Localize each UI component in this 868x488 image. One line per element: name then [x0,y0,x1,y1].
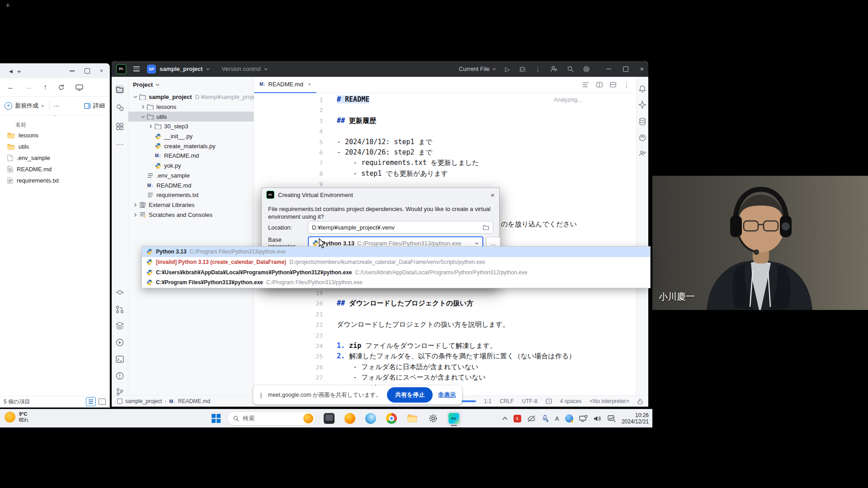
terminal-tool-icon[interactable] [115,355,124,364]
tree-row-ScratchesandConsoles[interactable]: Scratches and Consoles [128,210,254,220]
chevron-right-icon[interactable] [140,105,146,109]
run-tool-icon[interactable] [115,338,124,347]
editor-line-26[interactable]: 26 - フォルダ名に日本語が含まれていない [254,362,636,372]
debug-icon[interactable] [519,66,526,72]
details-pane-button[interactable]: 詳細 [84,102,105,110]
list-view-toggle[interactable] [86,397,96,406]
new-tab-button[interactable]: + [17,67,21,75]
taskbar-app-pycharm[interactable]: PC [447,411,461,426]
minimize-icon[interactable] [70,70,75,71]
indent-widget[interactable]: 4 spaces [560,398,582,404]
thumbnail-view-toggle[interactable] [99,399,106,405]
more-tools-icon[interactable]: ⋯ [115,140,124,149]
column-header-name[interactable]: 名前 [0,120,109,130]
project-panel-title[interactable]: Project [133,81,153,88]
tree-row-lessons[interactable]: lessons [128,102,254,112]
learn-tool-icon[interactable]: ? [115,103,124,112]
location-input[interactable]: D:¥temp¥sample_project¥.venv [308,221,493,234]
more-actions-icon[interactable]: ⋮ [535,66,541,73]
chevron-right-icon[interactable] [132,213,139,217]
close-tab-icon[interactable]: × [308,81,311,88]
tree-row-yok.py[interactable]: yok.py [128,161,254,171]
minimize-icon[interactable] [606,69,611,70]
breadcrumb-file[interactable]: README.md [178,398,210,404]
notifications-bell-icon[interactable] [638,85,646,93]
tab-readme[interactable]: M↓ README.md × [254,76,316,93]
taskbar-app-display[interactable] [322,411,336,426]
file-row-.env_sample[interactable]: .env_sample [0,152,109,164]
interpreter-option[interactable]: C:¥Users¥kbrah¥AppData¥Local¥Programs¥Py… [142,267,650,277]
tree-row-README.md[interactable]: M↓README.md [128,151,254,161]
unlock-icon[interactable] [637,399,643,404]
display-connect-icon[interactable] [579,415,588,422]
editor-line-24[interactable]: 241. zip ファイルをダウンロードして解凍します。 [254,341,636,351]
git-branch-tool-icon[interactable] [115,387,124,396]
tree-row-sample_project[interactable]: sample_projectD:¥temp¥sample_project [128,92,254,102]
settings-gear-icon[interactable] [583,66,590,73]
editor-line-20[interactable]: 20## ダウンロードしたプロジェクトの扱い方 [254,298,636,309]
weather-widget[interactable]: 9°C 晴れ [5,411,29,423]
line-separator[interactable]: CRLF [500,398,514,404]
split-editor-icon[interactable] [596,82,603,88]
taskbar-app-explorer[interactable] [405,411,420,426]
editor-line-22[interactable]: 22ダウンロードしたプロジェクトの扱い方を説明します。 [254,319,636,330]
taskbar-app-edge[interactable] [363,411,378,426]
maximize-icon[interactable] [85,68,90,74]
run-configuration-widget[interactable]: Current File [459,66,496,72]
tab-options-icon[interactable]: ⋮ [623,81,630,89]
start-button[interactable] [212,414,221,423]
problems-tool-icon[interactable] [115,371,124,380]
file-row-utils[interactable]: utils [0,141,109,152]
file-row-README.md[interactable]: README.md [0,164,109,175]
close-icon[interactable]: × [640,66,644,73]
search-everywhere-icon[interactable] [567,66,574,72]
taskbar-app-settings[interactable] [426,411,440,426]
interpreter-option[interactable]: Python 3.13C:/Program Files/Python313/py… [142,247,650,257]
inspections-widget-icon[interactable] [546,399,552,404]
structure-tool-icon[interactable] [115,122,124,131]
project-widget[interactable]: sample_project [160,66,203,72]
tree-row-30_step3[interactable]: 30_step3 [128,122,254,131]
breadcrumb-project[interactable]: sample_project [125,398,162,404]
stop-sharing-button[interactable]: 共有を停止 [387,387,433,403]
editor-line-25[interactable]: 252. 解凍したフォルダを、以下の条件を満たす場所に置く（ない場合は作る） [254,351,636,361]
close-icon[interactable]: × [491,191,495,199]
layout-icon[interactable] [610,82,616,88]
editor-line-19[interactable]: 19 [254,288,636,298]
editor-line-fragment[interactable]: のを放り込んでください [501,220,577,229]
services-tool-icon[interactable] [115,321,124,330]
tree-row-ExternalLibraries[interactable]: External Libraries [128,200,254,210]
pull-requests-tool-icon[interactable] [115,305,124,314]
chevron-right-icon[interactable] [147,124,154,128]
interpreter-option[interactable]: [invalid] Python 3.13 (create_calendar_D… [142,257,650,267]
editor-line-6[interactable]: 6- 2024/10/26: step2 まで [254,147,636,158]
database-tool-icon[interactable] [638,117,646,126]
close-icon[interactable]: × [100,68,103,74]
calendar-badge-icon[interactable]: 1 [514,415,521,422]
caret-position[interactable]: 1:1 [484,398,492,404]
editor-line-21[interactable]: 21 [254,309,636,319]
tree-row-.env_sample[interactable]: .env_sample [128,171,254,181]
photos-sync-icon[interactable] [607,415,616,422]
tree-row-requirements.txt[interactable]: requirements.txt [128,190,254,200]
file-row-lessons[interactable]: lessons [0,130,109,141]
see-more-button[interactable]: ⋯ [54,103,60,109]
taskbar-app-firefox[interactable] [343,411,357,426]
main-menu-icon[interactable] [133,66,140,71]
chevron-down-icon[interactable] [132,95,139,99]
editor-line-3[interactable]: 3## 更新履歴 [254,116,636,126]
refresh-icon[interactable] [58,84,65,91]
up-icon[interactable]: ↑ [43,83,47,91]
microphone-cursor-icon[interactable] [542,415,549,422]
tray-chevron-up-icon[interactable] [502,417,508,420]
profiler-tool-icon[interactable] [638,150,646,158]
speaker-icon[interactable] [594,415,601,422]
explorer-tab-icon[interactable]: ◀ [9,69,13,74]
folder-icon[interactable] [483,225,489,230]
back-icon[interactable]: ← [7,83,14,91]
interpreter-option[interactable]: C:¥Program Files¥Python313¥python.exeC:/… [142,277,650,288]
new-item-button[interactable]: + 新規作成 ∨ [5,102,44,110]
forward-icon[interactable]: → [25,83,33,91]
vcs-widget[interactable]: Version control [222,66,260,72]
ime-mode-icon[interactable]: A [555,415,559,422]
